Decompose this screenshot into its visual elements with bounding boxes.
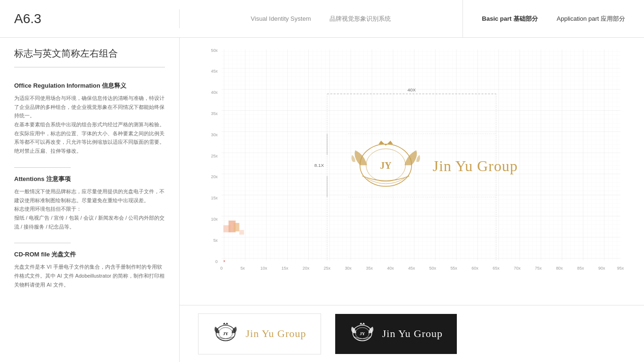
section-title: 标志与英文简称左右组合: [14, 47, 165, 67]
svg-text:20x: 20x: [211, 174, 218, 179]
svg-text:80x: 80x: [556, 266, 563, 271]
logo-text-light: Jin Yu Group: [246, 328, 306, 340]
svg-text:15x: 15x: [281, 266, 289, 271]
svg-text:25x: 25x: [211, 154, 218, 158]
svg-text:50x: 50x: [429, 266, 437, 271]
main-content: 50x 45x 40x 35x 30x 25x 20x 15x 10x 5x 0…: [179, 38, 644, 362]
header-left: A6.3: [0, 2, 179, 36]
svg-text:30x: 30x: [211, 132, 218, 137]
logo-emblem-dark: JY: [349, 321, 375, 347]
chart-area: 50x 45x 40x 35x 30x 25x 20x 15x 10x 5x 0…: [179, 38, 644, 305]
divider-1: [14, 167, 71, 168]
divider-2: [14, 243, 71, 243]
header-divider: [179, 9, 180, 28]
svg-text:5x: 5x: [240, 266, 245, 271]
header-center: Visual Identity System 品牌视觉形象识别系统: [179, 0, 463, 37]
header-title-zh: 品牌视觉形象识别系统: [330, 15, 391, 23]
svg-text:95x: 95x: [617, 266, 624, 271]
svg-text:50x: 50x: [211, 48, 218, 53]
svg-text:60x: 60x: [471, 266, 479, 271]
info-title-3: CD-ROM file 光盘文件: [14, 250, 165, 259]
svg-text:40x: 40x: [211, 90, 218, 95]
svg-rect-49: [239, 230, 244, 235]
svg-text:Jin Yu Group: Jin Yu Group: [433, 158, 518, 174]
svg-text:70x: 70x: [514, 266, 521, 271]
info-title-2: Attentions 注意事项: [14, 175, 165, 183]
info-text-1: 为适应不同使用场合与环境，确保信息传达的清晰与准确，特设计了企业品牌的多种组合，…: [14, 94, 165, 156]
logo-white-bg: JY Jin Yu Group: [198, 313, 321, 354]
page-code: A6.3: [14, 11, 165, 26]
chart-svg: 50x 45x 40x 35x 30x 25x 20x 15x 10x 5x 0…: [203, 42, 625, 286]
svg-rect-48: [234, 223, 239, 231]
svg-text:15x: 15x: [211, 196, 218, 200]
left-panel: 标志与英文简称左右组合 Office Regulation Informatio…: [0, 38, 179, 362]
svg-text:25x: 25x: [324, 266, 331, 271]
svg-text:45x: 45x: [211, 69, 218, 74]
svg-text:40X: 40X: [407, 87, 416, 92]
svg-text:0: 0: [215, 259, 218, 264]
svg-text:90x: 90x: [598, 266, 605, 271]
logo-display: JY Jin Yu Group JY Jin Yu Group: [179, 305, 644, 362]
svg-text:85x: 85x: [577, 266, 584, 271]
info-block-1: Office Regulation Information 信息释义 为适应不同…: [14, 82, 165, 156]
svg-text:10x: 10x: [260, 266, 267, 271]
svg-text:x: x: [223, 259, 225, 263]
svg-text:65x: 65x: [493, 266, 500, 271]
info-text-3: 光盘文件是本 VI 手册电子文件的集合，内含手册制作时的专用软件格式文件。其中 …: [14, 263, 165, 289]
svg-rect-1: [222, 49, 620, 261]
svg-text:JY: JY: [380, 160, 391, 171]
svg-text:35x: 35x: [366, 266, 373, 271]
svg-text:75x: 75x: [535, 266, 542, 271]
svg-text:JY: JY: [359, 331, 365, 336]
logo-emblem-light: JY: [213, 321, 239, 347]
info-block-3: CD-ROM file 光盘文件 光盘文件是本 VI 手册电子文件的集合，内含手…: [14, 250, 165, 289]
svg-text:8.1X: 8.1X: [314, 163, 324, 168]
svg-text:30x: 30x: [345, 266, 352, 271]
logo-text-dark: Jin Yu Group: [382, 328, 443, 340]
svg-text:55x: 55x: [450, 266, 457, 271]
header-title-en: Visual Identity System: [251, 15, 311, 22]
info-text-2: 在一般情况下使用品牌标志，应尽量使用提供的光盘电子文件，不建议使用标准制图绘制标…: [14, 187, 165, 231]
header: A6.3 Visual Identity System 品牌视觉形象识别系统 B…: [0, 0, 644, 38]
info-block-2: Attentions 注意事项 在一般情况下使用品牌标志，应尽量使用提供的光盘电…: [14, 175, 165, 231]
svg-text:0: 0: [220, 266, 223, 271]
svg-text:JY: JY: [223, 331, 229, 336]
header-nav: Basic part 基础部分 Application part 应用部分: [463, 15, 644, 23]
svg-text:45x: 45x: [408, 266, 415, 271]
panel-divider: [179, 38, 180, 362]
info-title-1: Office Regulation Information 信息释义: [14, 82, 165, 90]
svg-text:40x: 40x: [387, 266, 394, 271]
svg-text:5x: 5x: [213, 238, 218, 243]
svg-text:20x: 20x: [303, 266, 310, 271]
nav-application[interactable]: Application part 应用部分: [557, 15, 625, 23]
logo-black-bg: JY Jin Yu Group: [335, 314, 457, 354]
nav-basic[interactable]: Basic part 基础部分: [482, 15, 537, 23]
svg-text:10x: 10x: [211, 217, 218, 222]
svg-text:35x: 35x: [211, 111, 218, 116]
